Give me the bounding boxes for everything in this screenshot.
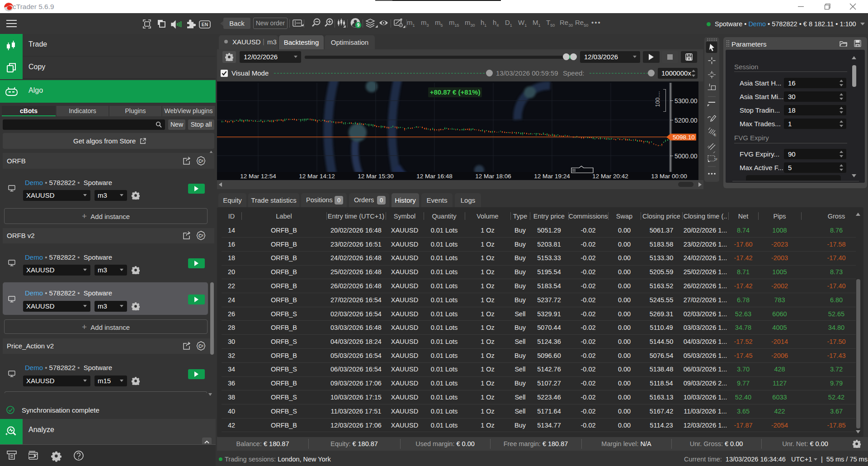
svg-text:E: E bbox=[714, 133, 717, 137]
svg-text:9: 9 bbox=[357, 23, 360, 28]
svg-text:5098.10: 5098.10 bbox=[673, 134, 695, 141]
svg-text:#: # bbox=[202, 344, 204, 348]
svg-text:#: # bbox=[202, 233, 204, 238]
svg-text:F: F bbox=[716, 157, 718, 162]
